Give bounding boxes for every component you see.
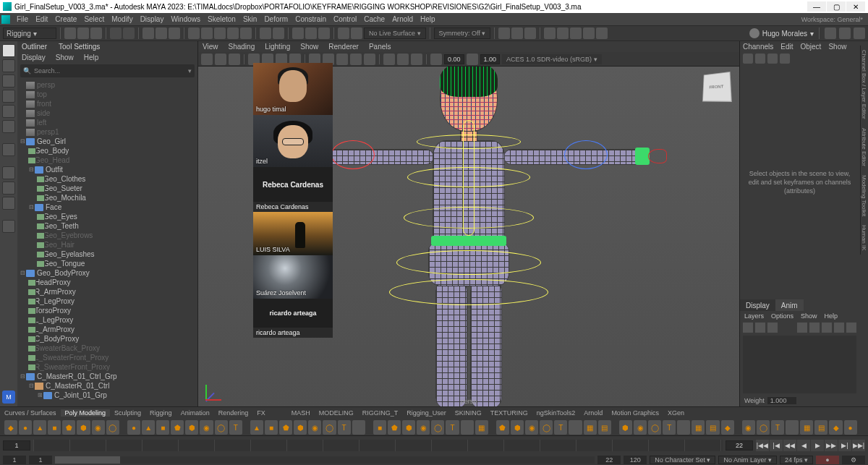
display-tab[interactable]: Display xyxy=(740,299,775,311)
misc-icon-5[interactable] xyxy=(557,27,569,39)
shelf-tab[interactable]: Poly Modeling xyxy=(61,409,111,417)
outliner-node[interactable]: ⊞R_LegProxy xyxy=(19,297,196,306)
weight-field[interactable]: 1.000 xyxy=(767,397,796,404)
shelf-icon[interactable]: ⬢ xyxy=(185,420,198,435)
shelf-tab[interactable]: Rendering xyxy=(214,409,253,417)
outliner-node[interactable]: persp xyxy=(19,80,196,90)
menu-deform[interactable]: Deform xyxy=(260,15,292,23)
menu-help[interactable]: Help xyxy=(417,15,439,23)
shelf-tab[interactable]: RIGGING_T xyxy=(358,409,403,417)
select-object-icon[interactable] xyxy=(156,27,167,39)
shelf-icon[interactable]: ◉ xyxy=(200,420,213,435)
shelf-icon[interactable]: ⬢ xyxy=(294,420,307,435)
outliner-help-menu[interactable]: Help xyxy=(84,54,99,61)
misc-icon-2[interactable] xyxy=(511,27,523,39)
playback-button[interactable]: ◀◀ xyxy=(783,440,796,451)
scale-tool-icon[interactable] xyxy=(2,120,15,133)
symmetry-dropdown[interactable]: Symmetry: Off ▾ xyxy=(434,27,491,39)
outliner-node[interactable]: ⊞C_BodyProxy xyxy=(19,334,196,344)
menu-modify[interactable]: Modify xyxy=(108,15,136,23)
shelf-icon[interactable]: ◆ xyxy=(4,420,17,435)
maximize-button[interactable]: ▢ xyxy=(827,1,846,12)
shelf-tab[interactable]: XGen xyxy=(663,409,689,417)
xgen-icon[interactable] xyxy=(338,27,349,39)
shelf-icon[interactable]: ▦ xyxy=(692,420,705,435)
outliner-node[interactable]: left xyxy=(19,118,196,127)
shelf-icon[interactable]: ◆ xyxy=(721,420,734,435)
vp-renderer-menu[interactable]: Renderer xyxy=(328,43,359,51)
menu-skin[interactable]: Skin xyxy=(239,15,260,23)
shelf-tab[interactable]: Rigging_User xyxy=(402,409,451,417)
module-selector[interactable]: Rigging ▾ xyxy=(3,27,56,39)
shelf-icon[interactable]: ◉ xyxy=(417,420,430,435)
outliner-search[interactable]: 🔍 Search... ▾ xyxy=(20,64,195,77)
shelf-icon[interactable]: T xyxy=(554,420,567,435)
shelf-tab[interactable]: Motion Graphics xyxy=(607,409,663,417)
outliner-node[interactable]: ⊞L_ArmProxy xyxy=(19,325,196,334)
menu-arnold[interactable]: Arnold xyxy=(388,15,417,23)
shelf-icon[interactable]: ◯ xyxy=(648,420,661,435)
shelf-icon[interactable]: ▦ xyxy=(800,420,813,435)
outliner-node[interactable]: ⊞HeadProxy xyxy=(19,278,196,287)
shelf-tab[interactable]: SKINING xyxy=(451,409,486,417)
cb-tool-3-icon[interactable] xyxy=(767,54,778,64)
outliner-node[interactable]: ⊞Geo_Eyelashes xyxy=(19,249,196,259)
shelf-icon[interactable] xyxy=(352,420,365,435)
user-name[interactable]: Hugo Morales xyxy=(762,30,807,38)
render-icon[interactable] xyxy=(292,27,304,39)
outliner-node[interactable]: ⊟C_MasterR_01_Ctrl xyxy=(19,381,196,391)
range-end-outer[interactable]: 120 xyxy=(624,456,647,464)
shelf-tab[interactable]: Animation xyxy=(176,409,214,417)
outliner-node[interactable]: persp1 xyxy=(19,127,196,137)
outliner-tree[interactable]: persptopfrontsideleftpersp1⊟Geo_Girl⊞Geo… xyxy=(17,79,197,406)
ipr-icon[interactable] xyxy=(305,27,317,39)
live-surface-dropdown[interactable]: No Live Surface ▾ xyxy=(364,27,426,39)
misc-icon-8[interactable] xyxy=(596,27,608,39)
shelf-icon[interactable]: T xyxy=(663,420,676,435)
shelf-tab[interactable]: ngSkinTools2 xyxy=(532,409,580,417)
rotate-tool-icon[interactable] xyxy=(2,105,15,118)
workspace-label[interactable]: Workspace: General* xyxy=(798,16,867,23)
shelf-icon[interactable]: ● xyxy=(19,420,32,435)
shelf-icon[interactable]: ▦ xyxy=(584,420,597,435)
vp-lights-icon[interactable] xyxy=(350,54,362,65)
menu-file[interactable]: File xyxy=(13,15,32,23)
layer-e-icon[interactable] xyxy=(846,323,856,333)
shelf-icon[interactable]: ⬟ xyxy=(496,420,509,435)
viewcube[interactable]: FRONT xyxy=(702,72,732,102)
layer-up-icon[interactable] xyxy=(755,323,765,333)
shelf-icon[interactable]: ◯ xyxy=(215,420,228,435)
shelf-icon[interactable]: ⬟ xyxy=(62,420,75,435)
outliner-tab[interactable]: Outliner xyxy=(22,43,47,51)
outliner-node[interactable]: ⊞L_SweaterFront_Proxy xyxy=(19,353,196,362)
undo-icon[interactable] xyxy=(110,27,122,39)
range-end-inner[interactable]: 22 xyxy=(597,456,621,464)
more-icon[interactable] xyxy=(854,27,865,39)
layer-down-icon[interactable] xyxy=(767,323,778,333)
playback-button[interactable]: |◀ xyxy=(770,440,783,451)
save-scene-icon[interactable] xyxy=(90,27,102,39)
vc-tile-2[interactable]: itzel xyxy=(253,115,333,167)
shelf-icon[interactable]: ◉ xyxy=(308,420,321,435)
outliner-node[interactable]: ⊞Geo_Mochila xyxy=(19,193,196,202)
shelf-icon[interactable]: ■ xyxy=(156,420,169,435)
paint-select-tool-icon[interactable] xyxy=(2,74,15,88)
shelf-icon[interactable]: ▤ xyxy=(814,420,827,435)
shelf-icon[interactable]: ■ xyxy=(265,420,278,435)
vc-tile-5[interactable]: Suárez Joselvent xyxy=(253,255,333,299)
select-hierarchy-icon[interactable] xyxy=(142,27,154,39)
shelf-icon[interactable]: ◯ xyxy=(540,420,553,435)
anim-tab[interactable]: Anim xyxy=(775,299,804,311)
vp-show-menu[interactable]: Show xyxy=(300,43,318,51)
shelf-icon[interactable]: T xyxy=(229,420,242,435)
vp-frame-field[interactable]: 0.00 xyxy=(444,54,464,64)
shelf-icon[interactable]: ● xyxy=(127,420,140,435)
range-start-inner[interactable]: 1 xyxy=(29,456,52,464)
outliner-node[interactable]: ⊞Geo_Clothes xyxy=(19,174,196,184)
shelf-icon[interactable]: ⬢ xyxy=(77,420,90,435)
open-scene-icon[interactable] xyxy=(77,27,89,39)
shelf-tab[interactable]: FX xyxy=(252,409,270,417)
outliner-node[interactable]: ⊞Geo_Hair xyxy=(19,240,196,249)
outliner-node[interactable]: front xyxy=(19,99,196,108)
snap-plane-icon[interactable] xyxy=(227,27,239,39)
